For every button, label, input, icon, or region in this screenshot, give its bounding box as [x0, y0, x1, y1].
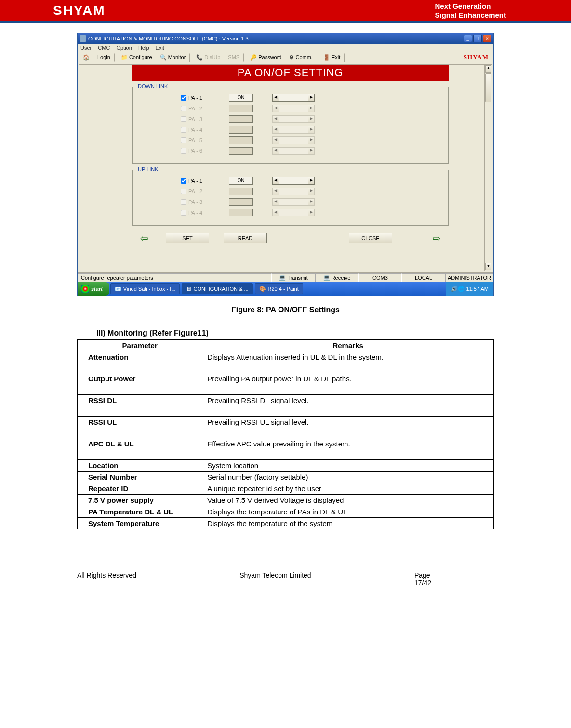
param-remarks: Prevailing RSSI DL signal level. — [202, 395, 494, 417]
footer-company: Shyam Telecom Limited — [239, 571, 311, 587]
pa-status — [229, 188, 253, 195]
param-name: Serial Number — [78, 472, 202, 483]
menu-user[interactable]: User — [80, 45, 92, 51]
pa-checkbox: PA - 3 — [181, 116, 210, 122]
table-row: PA Temperature DL & ULDisplays the tempe… — [78, 506, 494, 518]
slider-track — [279, 147, 308, 155]
taskbar-item-cmc[interactable]: 🖥CONFIGURATION & ... — [182, 283, 252, 294]
page-footer: All Rights Reserved Shyam Telecom Limite… — [0, 571, 571, 596]
pa-row: PA - 1ON◀▶ — [181, 177, 438, 185]
next-arrow-icon[interactable]: ⇨ — [429, 232, 444, 244]
pa-row: PA - 1ON◀▶ — [181, 94, 438, 102]
set-button[interactable]: SET — [166, 233, 209, 243]
system-tray[interactable]: 🔊🌐11:57 AM — [446, 282, 493, 296]
param-name: Output Power — [78, 373, 202, 395]
slider-track — [279, 209, 308, 216]
param-name: Repeater ID — [78, 483, 202, 495]
slider-right-icon: ▶ — [308, 105, 315, 112]
scroll-down-icon[interactable]: ▼ — [485, 263, 491, 270]
taskbar-item-inbox[interactable]: 📧Vinod Sati - Inbox - I... — [110, 283, 180, 294]
status-receive: 💻Receive — [315, 273, 359, 282]
pa-row: PA - 4◀▶ — [181, 126, 438, 134]
param-remarks: Prevailing RSSI UL signal level. — [202, 417, 494, 438]
maximize-button[interactable]: ❐ — [473, 35, 482, 42]
window-titlebar: CONFIGURATION & MONITORING CONSOLE (CMC)… — [78, 33, 493, 44]
slider-left-icon: ◀ — [272, 136, 279, 144]
param-name: PA Temperature DL & UL — [78, 506, 202, 518]
close-button[interactable]: CLOSE — [349, 233, 392, 243]
toolbar-password[interactable]: 🔑Password — [247, 53, 285, 62]
slider-left-icon: ◀ — [272, 188, 279, 195]
toolbar-configure[interactable]: 📁Configure — [118, 53, 156, 62]
prev-arrow-icon[interactable]: ⇦ — [137, 232, 151, 244]
pa-status — [229, 198, 253, 206]
pa-status — [229, 136, 253, 144]
pa-status — [229, 126, 253, 134]
toolbar-exit[interactable]: 🚪Exit — [320, 53, 345, 62]
minimize-button[interactable]: _ — [464, 35, 472, 42]
param-name: RSSI UL — [78, 417, 202, 438]
pa-checkbox[interactable]: PA - 1 — [181, 178, 210, 184]
pa-slider[interactable]: ◀▶ — [272, 177, 315, 185]
slider-right-icon: ▶ — [308, 209, 315, 216]
pa-slider: ◀▶ — [272, 198, 315, 206]
footer-page: Page 17/42 — [414, 571, 431, 587]
slider-track — [279, 188, 308, 195]
slider-left-icon: ◀ — [272, 126, 279, 134]
brand-logo: SHYAM — [53, 3, 106, 18]
taskbar-item-paint[interactable]: 🎨R20 4 - Paint — [255, 283, 303, 294]
param-remarks: Prevailing PA output power in UL & DL pa… — [202, 373, 494, 395]
param-remarks: A unique repeater id set by the user — [202, 483, 494, 495]
taskbar: start 📧Vinod Sati - Inbox - I... 🖥CONFIG… — [78, 282, 493, 296]
page-banner: SHYAM Next Generation Signal Enhancement — [0, 0, 571, 21]
toolbar-login[interactable]: Login — [94, 53, 115, 62]
param-remarks: Effective APC value prevailing in the sy… — [202, 438, 494, 460]
pa-checkbox: PA - 4 — [181, 210, 210, 216]
slider-track[interactable] — [279, 94, 308, 102]
table-row: LocationSystem location — [78, 460, 494, 472]
pa-row: PA - 6◀▶ — [181, 147, 438, 155]
section-heading: III) Monitoring (Refer Figure11) — [96, 329, 494, 337]
pa-checkbox: PA - 2 — [181, 189, 210, 194]
pa-row: PA - 2◀▶ — [181, 188, 438, 195]
slider-left-icon[interactable]: ◀ — [272, 94, 279, 102]
pa-row: PA - 4◀▶ — [181, 209, 438, 216]
table-row: APC DL & ULEffective APC value prevailin… — [78, 438, 494, 460]
panel-title: PA ON/OF SETTING — [132, 65, 449, 81]
toolbar-home-icon[interactable]: 🏠 — [80, 53, 93, 62]
param-remarks: Displays Attenuation inserted in UL & DL… — [202, 351, 494, 373]
toolbar-monitor[interactable]: 🔍Monitor — [157, 53, 190, 62]
slider-track — [279, 105, 308, 112]
pa-status — [229, 115, 253, 123]
close-window-button[interactable]: ✕ — [483, 35, 491, 42]
uplink-label: UP LINK — [136, 166, 160, 172]
app-window: CONFIGURATION & MONITORING CONSOLE (CMC)… — [77, 33, 494, 296]
slider-right-icon: ▶ — [308, 188, 315, 195]
pa-checkbox: PA - 2 — [181, 106, 210, 111]
table-row: RSSI ULPrevailing RSSI UL signal level. — [78, 417, 494, 438]
toolbar-comm[interactable]: ⚙Comm. — [286, 53, 317, 62]
table-header-remarks: Remarks — [202, 340, 494, 351]
pa-slider: ◀▶ — [272, 188, 315, 195]
menu-help[interactable]: Help — [138, 45, 149, 51]
table-row: System TemperatureDisplays the temperatu… — [78, 518, 494, 529]
menu-option[interactable]: Option — [116, 45, 132, 51]
pa-status: ON — [229, 177, 253, 185]
pa-slider: ◀▶ — [272, 115, 315, 123]
pa-checkbox[interactable]: PA - 1 — [181, 95, 210, 101]
read-button[interactable]: READ — [224, 233, 267, 243]
slider-right-icon: ▶ — [308, 126, 315, 134]
menu-cmc[interactable]: CMC — [98, 45, 110, 51]
statusbar: Configure repeater patameters 💻Transmit … — [78, 272, 493, 282]
param-remarks: Value of 7.5 V derived Voltage is displa… — [202, 495, 494, 506]
slider-right-icon[interactable]: ▶ — [308, 177, 315, 185]
slider-track[interactable] — [279, 177, 308, 185]
slider-left-icon[interactable]: ◀ — [272, 177, 279, 185]
toolbar-sms: SMS — [225, 53, 244, 62]
slider-right-icon[interactable]: ▶ — [308, 94, 315, 102]
menu-exit[interactable]: Exit — [156, 45, 164, 51]
start-button[interactable]: start — [78, 282, 109, 296]
pa-slider: ◀▶ — [272, 136, 315, 144]
uplink-group: UP LINK PA - 1ON◀▶ PA - 2◀▶ PA - 3◀▶ PA … — [132, 170, 449, 226]
pa-slider[interactable]: ◀▶ — [272, 94, 315, 102]
